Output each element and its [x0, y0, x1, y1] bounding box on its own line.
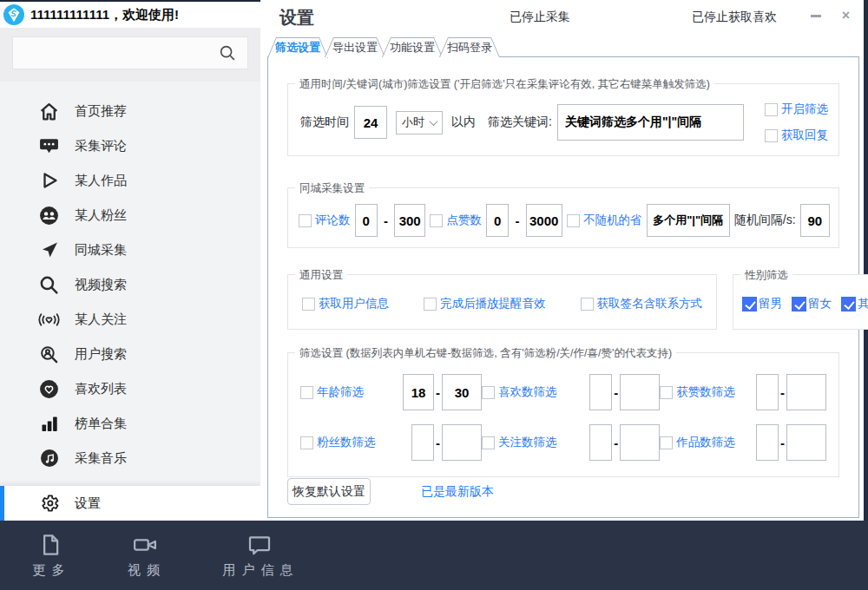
praise-filter-max-input[interactable]	[786, 374, 826, 410]
search-icon	[38, 274, 60, 296]
get-reply-checkbox[interactable]: 获取回复	[765, 128, 828, 143]
age-max-input[interactable]	[442, 374, 482, 410]
gear-icon	[38, 493, 60, 515]
sidebar-item-like-list[interactable]: 喜欢列表	[0, 371, 260, 406]
checkbox-box	[765, 103, 778, 116]
praise-filter-min-input[interactable]	[756, 374, 779, 410]
age-filter-checkbox[interactable]: 年龄筛选	[300, 384, 364, 400]
checkbox-label: 完成后播放提醒音效	[440, 296, 546, 311]
sidebar-item-user-search[interactable]: 用户搜索	[0, 337, 260, 371]
tab-export-settings[interactable]: 导出设置	[325, 37, 385, 57]
follow-filter-min-input[interactable]	[589, 424, 612, 461]
other-gender-checkbox[interactable]: 其它	[841, 296, 868, 311]
range-dash: -	[434, 436, 442, 450]
panel-footer: 恢复默认设置 已是最新版本	[287, 478, 494, 505]
works-filter-min-input[interactable]	[756, 424, 779, 461]
checkbox-label: 开启筛选	[781, 102, 828, 117]
get-user-info-checkbox[interactable]: 获取用户信息	[302, 296, 389, 311]
welcome-bar: 111111111111，欢迎使用!	[0, 2, 260, 28]
sidebar-item-label: 设置	[75, 495, 101, 512]
works-filter-checkbox[interactable]: 作品数筛选	[660, 435, 735, 450]
sidebar-item-user-works[interactable]: 某人作品	[0, 163, 260, 198]
like-filter-checkbox[interactable]: 喜欢数筛选	[482, 384, 557, 400]
sidebar-item-home-feed[interactable]: 首页推荐	[0, 94, 260, 128]
like-count-checkbox[interactable]: 点赞数	[430, 213, 482, 228]
comment-min-input[interactable]	[355, 204, 378, 237]
fans-filter-checkbox[interactable]: 粉丝数筛选	[300, 435, 376, 450]
tab-bar: 筛选设置 导出设置 功能设置 扫码登录	[267, 37, 496, 58]
province-input[interactable]	[647, 204, 730, 237]
works-filter-max-input[interactable]	[786, 424, 826, 461]
checkbox-label: 不随机的省	[583, 213, 642, 228]
tab-filter-settings[interactable]: 筛选设置	[267, 37, 328, 58]
comment-max-input[interactable]	[394, 204, 425, 237]
checkbox-label: 粉丝数筛选	[317, 435, 376, 450]
search-input[interactable]	[13, 37, 218, 69]
bottombar-item-video[interactable]: 视频	[125, 532, 167, 579]
fixed-province-checkbox[interactable]: 不随机的省	[567, 213, 642, 228]
search-icon[interactable]	[218, 43, 237, 62]
checkbox-box	[742, 297, 757, 311]
checkbox-label: 获赞数筛选	[676, 384, 735, 400]
sidebar-item-collect-music[interactable]: 采集音乐	[0, 441, 260, 475]
bottombar-item-label: 视频	[125, 562, 167, 579]
like-max-input[interactable]	[526, 204, 562, 237]
search-box[interactable]	[12, 36, 248, 69]
checkbox-label: 评论数	[315, 213, 351, 228]
like-filter-min-input[interactable]	[589, 374, 612, 410]
filter-time-input[interactable]	[354, 106, 387, 139]
checkbox-label: 作品数筛选	[676, 435, 735, 450]
like-filter-max-input[interactable]	[620, 374, 660, 410]
sidebar-item-settings[interactable]: 设置	[0, 486, 260, 521]
range-dash: -	[779, 385, 786, 400]
collect-status-text: 已停止采集	[510, 10, 570, 25]
tab-function-settings[interactable]: 功能设置	[382, 37, 443, 57]
time-unit-select[interactable]: 小时	[396, 111, 443, 134]
welcome-text: 111111111111，欢迎使用!	[30, 7, 179, 23]
sidebar-item-user-fans[interactable]: 某人粉丝	[0, 198, 260, 233]
keep-female-checkbox[interactable]: 留女	[792, 296, 832, 311]
bottombar-item-more[interactable]: 更多	[30, 532, 71, 579]
sidebar-item-label: 某人粉丝	[75, 207, 127, 224]
close-button[interactable]: ×	[842, 9, 850, 23]
section-legend: 通用时间/关键词(城市)筛选设置 ('开启筛选'只在采集评论有效, 其它右键菜单…	[295, 77, 714, 92]
keep-male-checkbox[interactable]: 留男	[742, 296, 782, 311]
within-label: 以内	[451, 115, 476, 130]
play-sound-checkbox[interactable]: 完成后播放提醒音效	[424, 296, 546, 311]
follow-filter-max-input[interactable]	[620, 424, 660, 461]
minimize-button[interactable]	[811, 8, 821, 23]
checkbox-box	[482, 436, 495, 449]
range-dash: -	[612, 385, 620, 400]
sidebar-item-label: 同城采集	[75, 242, 127, 259]
praise-filter-checkbox[interactable]: 获赞数筛选	[660, 384, 735, 400]
random-interval-label: 随机间隔/s:	[734, 213, 796, 228]
user-search-icon	[38, 344, 60, 365]
reset-defaults-button[interactable]: 恢复默认设置	[287, 478, 371, 505]
sidebar-item-user-follows[interactable]: 某人关注	[0, 302, 260, 337]
checkbox-box	[430, 214, 443, 227]
latest-version-link[interactable]: 已是最新版本	[421, 484, 494, 500]
fans-filter-min-input[interactable]	[411, 424, 434, 461]
sidebar-item-city-collect[interactable]: 同城采集	[0, 233, 260, 267]
fans-filter-max-input[interactable]	[442, 424, 482, 461]
sidebar-item-collect-comments[interactable]: 采集评论	[0, 128, 260, 163]
sidebar-item-label: 视频搜索	[75, 277, 127, 293]
comment-count-checkbox[interactable]: 评论数	[299, 213, 351, 228]
sidebar-item-rank-collection[interactable]: 榜单合集	[0, 406, 260, 441]
left-panel: 111111111111，欢迎使用! 首页推荐 采集评论 某人作品 某人粉丝	[0, 0, 260, 521]
sidebar-item-label: 采集评论	[75, 138, 127, 154]
search-area	[0, 28, 260, 82]
follow-filter-checkbox[interactable]: 关注数筛选	[482, 435, 557, 450]
keyword-input[interactable]	[557, 104, 744, 141]
like-min-input[interactable]	[486, 204, 509, 237]
sidebar-item-label: 某人作品	[75, 173, 127, 189]
enable-filter-checkbox[interactable]: 开启筛选	[765, 102, 828, 117]
checkbox-label: 关注数筛选	[498, 435, 557, 450]
signature-contact-checkbox[interactable]: 获取签名含联系方式	[581, 296, 703, 311]
age-min-input[interactable]	[403, 374, 434, 410]
random-interval-input[interactable]	[800, 204, 830, 237]
tab-qr-login[interactable]: 扫码登录	[439, 37, 500, 57]
sidebar-item-video-search[interactable]: 视频搜索	[0, 267, 260, 302]
window-controls: ×	[811, 8, 850, 23]
bottombar-item-user-info[interactable]: 用户信息	[220, 532, 299, 579]
